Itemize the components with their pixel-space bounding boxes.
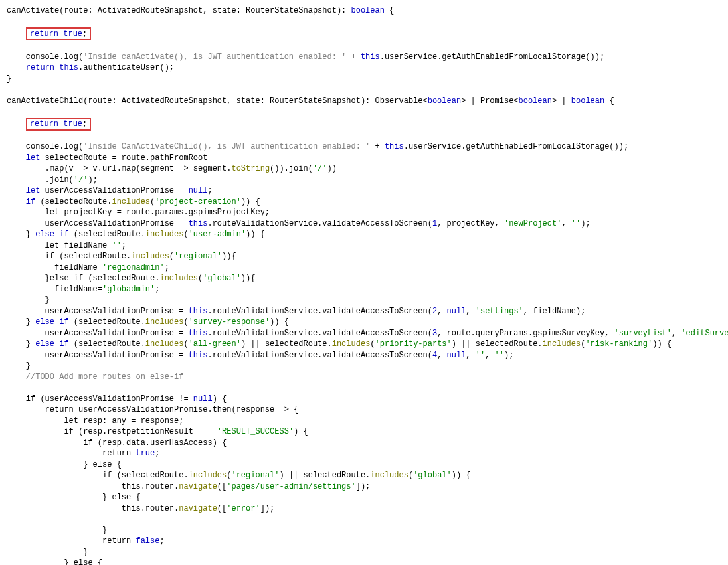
highlight-return-true-2: return true; <box>26 118 91 131</box>
code-snippet-card: canActivate(route: ActivatedRouteSnapsho… <box>0 0 728 565</box>
fn-name: canActivateChild <box>7 96 83 106</box>
code-block: canActivate(route: ActivatedRouteSnapsho… <box>0 0 728 565</box>
fn-name: canActivate <box>7 6 59 15</box>
highlight-return-true-1: return true; <box>26 27 91 40</box>
todo-comment: //TODO Add more routes on else-if <box>7 372 183 382</box>
